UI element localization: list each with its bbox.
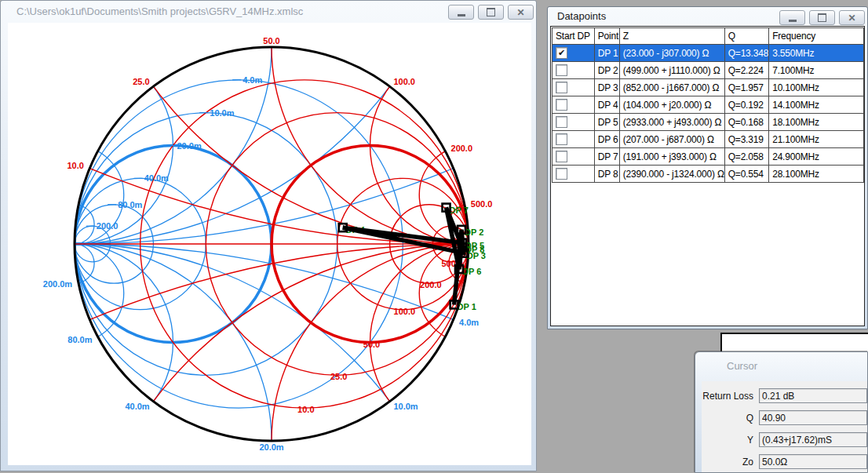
svg-text:200.0: 200.0 [420, 280, 442, 289]
svg-text:50.0: 50.0 [263, 36, 279, 45]
start-dp-checkbox[interactable] [556, 64, 567, 76]
cell-frequency: 21.100MHz [769, 131, 864, 148]
maximize-icon [818, 13, 826, 22]
cell-z: (499.000 + j1110.000) Ω [619, 62, 724, 79]
return-loss-field[interactable] [759, 388, 867, 403]
start-dp-checkbox[interactable] [556, 82, 567, 93]
minimize-icon [458, 14, 465, 16]
table-row[interactable]: DP 3(852.000 - j1667.000) ΩQ=1.95710.100… [553, 79, 864, 96]
minimize-button[interactable] [779, 10, 805, 25]
svg-text:DP 6: DP 6 [462, 267, 481, 276]
start-dp-checkbox[interactable] [556, 168, 567, 180]
start-dp-checkbox[interactable] [556, 151, 567, 162]
maximize-icon [487, 8, 495, 16]
svg-text:20.0m: 20.0m [177, 141, 202, 151]
smith-chart-area[interactable]: 10.010.025.025.050.050.0100.0100.0200.02… [8, 23, 531, 465]
cell-point: DP 1 [594, 45, 619, 62]
maximize-button[interactable] [809, 10, 835, 25]
cell-start-dp [553, 131, 595, 148]
svg-text:10.0: 10.0 [67, 161, 84, 170]
cell-z: (104.000 + j20.000) Ω [619, 96, 724, 114]
svg-text:4.0m: 4.0m [459, 318, 479, 327]
table-row[interactable]: DP 6(207.000 - j687.000) ΩQ=3.31921.100M… [553, 131, 864, 148]
cursor-window-title: Cursor [727, 352, 757, 380]
cursor-field-row: Y [702, 432, 867, 447]
table-row[interactable]: DP 2(499.000 + j1110.000) ΩQ=2.2247.100M… [553, 62, 864, 79]
main-window-title: C:\Users\ok1uf\Documents\Smith projects\… [16, 1, 303, 23]
smith-chart-svg: 10.010.025.025.050.050.0100.0100.0200.02… [8, 23, 531, 464]
datapoints-client: Start DPPointZQFrequency✔DP 1(23.000 - j… [550, 26, 865, 326]
start-dp-checkbox[interactable]: ✔ [556, 47, 567, 59]
cell-q: Q=2.224 [724, 62, 768, 79]
cell-point: DP 7 [594, 148, 619, 166]
cursor-field-row: Zo [702, 454, 867, 469]
svg-text:10.0m: 10.0m [210, 108, 234, 118]
datapoints-window-title: Datapoints [557, 7, 606, 26]
cell-frequency: 7.100MHz [769, 62, 864, 79]
table-row[interactable]: DP 7(191.000 + j393.000) ΩQ=2.05824.900M… [553, 148, 864, 166]
y-field[interactable] [759, 432, 867, 447]
minimize-button[interactable] [448, 5, 474, 20]
start-dp-checkbox[interactable] [556, 133, 567, 145]
cell-z: (2390.000 - j1324.000) Ω [619, 166, 724, 183]
cell-frequency: 28.100MHz [769, 166, 864, 183]
zo-field[interactable] [759, 454, 867, 469]
cell-point: DP 3 [594, 79, 619, 96]
column-header: Z [619, 28, 724, 45]
svg-text:50.0: 50.0 [363, 340, 380, 349]
q-field[interactable] [759, 410, 867, 425]
close-icon: ✕ [848, 13, 855, 23]
cell-z: (207.000 - j687.000) Ω [619, 131, 724, 148]
column-header: Q [724, 28, 768, 45]
column-header: Point [594, 28, 619, 45]
cell-start-dp [553, 148, 595, 166]
cell-start-dp [553, 166, 595, 183]
cell-z: (2933.000 + j493.000) Ω [619, 114, 724, 131]
svg-text:100.0: 100.0 [394, 307, 416, 316]
svg-text:40.0m: 40.0m [144, 173, 169, 183]
main-window-titlebar[interactable]: C:\Users\ok1uf\Documents\Smith projects\… [1, 1, 536, 23]
table-row[interactable]: ✔DP 1(23.000 - j307.000) ΩQ=13.3483.550M… [553, 45, 864, 62]
column-header: Start DP [553, 28, 595, 45]
svg-text:200.0: 200.0 [451, 144, 473, 153]
svg-text:DP 2: DP 2 [465, 227, 483, 237]
cursor-field-row: Q [702, 410, 867, 425]
table-row[interactable]: DP 8(2390.000 - j1324.000) ΩQ=0.55428.10… [553, 166, 864, 183]
cursor-window-titlebar[interactable]: Cursor [695, 352, 867, 374]
svg-text:100.0: 100.0 [393, 77, 415, 86]
svg-text:80.0m: 80.0m [67, 335, 92, 344]
start-dp-checkbox[interactable] [556, 116, 567, 128]
cell-frequency: 3.550MHz [769, 45, 864, 62]
field-label: Zo [702, 457, 753, 468]
table-row[interactable]: DP 4(104.000 + j20.000) ΩQ=0.19214.100MH… [553, 96, 864, 114]
cursor-window: Cursor Return LossQYZo [695, 351, 868, 473]
svg-text:4.0m: 4.0m [243, 75, 262, 85]
cell-point: DP 8 [594, 166, 619, 183]
cell-q: Q=0.554 [724, 166, 768, 183]
main-window-controls: ✕ [444, 5, 534, 20]
cursor-fields: Return LossQYZo [702, 381, 867, 472]
cell-frequency: 14.100MHz [769, 96, 864, 114]
svg-text:500.0: 500.0 [471, 199, 493, 209]
svg-text:200.0m: 200.0m [43, 279, 73, 289]
start-dp-checkbox[interactable] [556, 99, 567, 111]
close-button[interactable]: ✕ [508, 5, 534, 20]
cell-start-dp [553, 114, 595, 131]
cursor-field-row: Return Loss [702, 388, 867, 403]
cell-q: Q=0.192 [724, 96, 768, 114]
cell-point: DP 6 [594, 131, 619, 148]
cell-point: DP 2 [594, 62, 619, 79]
svg-text:40.0m: 40.0m [125, 402, 149, 411]
cell-z: (852.000 - j1667.000) Ω [619, 79, 724, 96]
cell-z: (23.000 - j307.000) Ω [619, 45, 724, 62]
svg-text:200.0: 200.0 [97, 221, 119, 231]
svg-text:20.0m: 20.0m [259, 442, 283, 452]
datapoints-window-controls: ✕ [775, 10, 865, 25]
cell-frequency: 18.100MHz [769, 114, 864, 131]
close-button[interactable]: ✕ [839, 10, 865, 25]
svg-text:80.0m: 80.0m [118, 200, 142, 209]
table-row[interactable]: DP 5(2933.000 + j493.000) ΩQ=0.16818.100… [553, 114, 864, 131]
maximize-button[interactable] [478, 5, 504, 20]
datapoints-table: Start DPPointZQFrequency✔DP 1(23.000 - j… [552, 27, 864, 183]
field-label: Return Loss [702, 391, 753, 402]
